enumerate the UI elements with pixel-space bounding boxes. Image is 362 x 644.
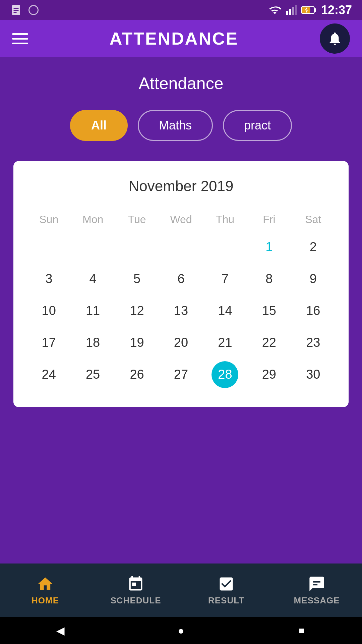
calendar-month: November 2019	[27, 178, 335, 195]
app-bar-title: ATTENDANCE	[110, 29, 238, 49]
cal-day-26[interactable]: 26	[115, 359, 159, 390]
svg-rect-3	[14, 12, 17, 13]
main-content: Attendance All Maths pract November 2019…	[0, 57, 362, 564]
app-bar: ATTENDANCE	[0, 20, 362, 57]
svg-rect-10	[314, 8, 316, 12]
cal-day-5[interactable]: 5	[115, 263, 159, 295]
cal-day-22[interactable]: 22	[247, 327, 291, 359]
cal-day-14[interactable]: 14	[203, 295, 247, 327]
cal-day-2[interactable]: 2	[291, 231, 335, 263]
cal-day-4[interactable]: 4	[71, 263, 115, 295]
filter-pract[interactable]: pract	[223, 110, 292, 141]
day-header-mon: Mon	[71, 208, 115, 231]
day-header-thu: Thu	[203, 208, 247, 231]
page-heading: Attendance	[139, 74, 224, 93]
back-button[interactable]: ◀	[50, 621, 70, 641]
nav-message[interactable]: MESSAGE	[272, 575, 362, 606]
battery-icon	[301, 5, 317, 15]
svg-rect-5	[286, 11, 288, 15]
day-header-wed: Wed	[159, 208, 203, 231]
cal-day-1[interactable]: 1	[247, 231, 291, 263]
svg-point-4	[29, 6, 38, 15]
day-header-sun: Sun	[27, 208, 71, 231]
cal-day-15[interactable]: 15	[247, 295, 291, 327]
system-nav: ◀ ● ■	[0, 617, 362, 644]
svg-rect-8	[295, 5, 297, 15]
day-header-sat: Sat	[291, 208, 335, 231]
filter-tabs: All Maths pract	[70, 110, 292, 141]
cal-day-16[interactable]: 16	[291, 295, 335, 327]
cal-day-30[interactable]: 30	[291, 359, 335, 390]
cal-day-8[interactable]: 8	[247, 263, 291, 295]
bottom-nav: HOME SCHEDULE RESULT MESSAGE	[0, 564, 362, 617]
cal-day-18[interactable]: 18	[71, 327, 115, 359]
svg-rect-2	[14, 10, 19, 11]
svg-rect-1	[14, 8, 19, 9]
home-button[interactable]: ●	[171, 621, 191, 641]
cal-day-12[interactable]: 12	[115, 295, 159, 327]
cal-day-24[interactable]: 24	[27, 359, 71, 390]
home-icon	[37, 575, 54, 593]
cal-empty	[203, 231, 247, 263]
cal-day-9[interactable]: 9	[291, 263, 335, 295]
cal-day-23[interactable]: 23	[291, 327, 335, 359]
cal-day-11[interactable]: 11	[71, 295, 115, 327]
nav-home[interactable]: HOME	[0, 575, 90, 606]
bell-icon	[327, 31, 343, 46]
cal-day-28-selected[interactable]: 28	[212, 361, 238, 388]
calendar-grid: Sun Mon Tue Wed Thu Fri Sat 1 2 3 4 5 6 …	[27, 208, 335, 390]
cal-day-29[interactable]: 29	[247, 359, 291, 390]
nav-schedule[interactable]: SCHEDULE	[90, 575, 181, 606]
cal-day-17[interactable]: 17	[27, 327, 71, 359]
nav-result-label: RESULT	[208, 595, 244, 606]
cal-day-13[interactable]: 13	[159, 295, 203, 327]
cal-day-19[interactable]: 19	[115, 327, 159, 359]
notification-button[interactable]	[320, 23, 350, 54]
cal-day-10[interactable]: 10	[27, 295, 71, 327]
nav-message-label: MESSAGE	[294, 595, 340, 606]
cal-day-21[interactable]: 21	[203, 327, 247, 359]
filter-maths[interactable]: Maths	[138, 110, 213, 141]
status-bar: 12:37	[0, 0, 362, 20]
message-icon	[308, 575, 325, 593]
cal-empty	[27, 231, 71, 263]
menu-button[interactable]	[12, 33, 28, 44]
status-right: 12:37	[269, 3, 352, 17]
recents-button[interactable]: ■	[292, 621, 312, 641]
day-header-fri: Fri	[247, 208, 291, 231]
status-left	[10, 4, 40, 16]
result-icon	[218, 575, 235, 593]
svg-rect-6	[289, 9, 291, 15]
cal-empty	[159, 231, 203, 263]
signal-icon	[285, 4, 297, 16]
nav-home-label: HOME	[32, 595, 59, 606]
svg-rect-7	[292, 7, 294, 15]
cal-day-27[interactable]: 27	[159, 359, 203, 390]
cal-empty	[71, 231, 115, 263]
time-display: 12:37	[321, 3, 352, 17]
cal-day-25[interactable]: 25	[71, 359, 115, 390]
nav-schedule-label: SCHEDULE	[110, 595, 161, 606]
calendar-card: November 2019 Sun Mon Tue Wed Thu Fri Sa…	[13, 161, 349, 407]
wifi-icon	[269, 4, 281, 16]
cal-day-20[interactable]: 20	[159, 327, 203, 359]
cal-day-6[interactable]: 6	[159, 263, 203, 295]
filter-all[interactable]: All	[70, 110, 128, 141]
circle-icon	[27, 4, 40, 16]
nav-result[interactable]: RESULT	[181, 575, 272, 606]
sim-icon	[10, 4, 22, 16]
day-header-tue: Tue	[115, 208, 159, 231]
cal-day-3[interactable]: 3	[27, 263, 71, 295]
schedule-icon	[127, 575, 144, 593]
cal-empty	[115, 231, 159, 263]
cal-day-7[interactable]: 7	[203, 263, 247, 295]
